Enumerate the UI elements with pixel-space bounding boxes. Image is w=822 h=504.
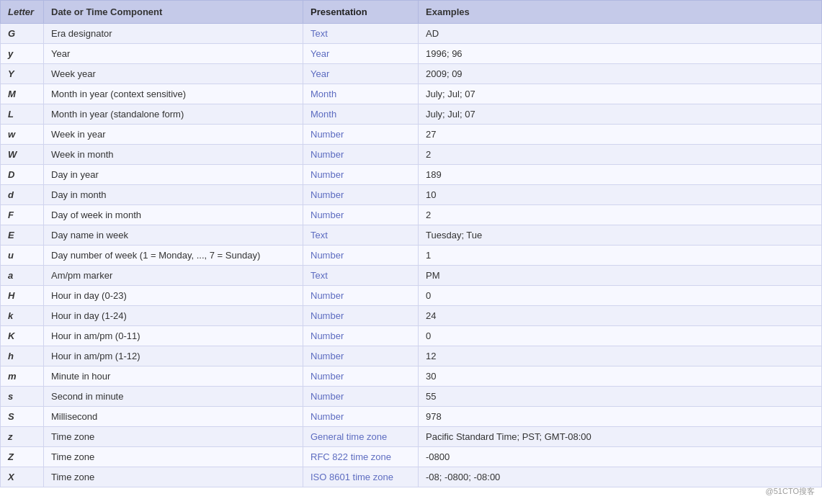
cell-letter: S	[1, 407, 44, 427]
cell-component: Month in year (standalone form)	[44, 104, 303, 125]
table-row: SMillisecondNumber978	[1, 407, 822, 427]
cell-presentation: Number	[303, 165, 419, 185]
table-row: mMinute in hourNumber30	[1, 366, 822, 387]
table-row: ZTime zoneRFC 822 time zone-0800	[1, 447, 822, 467]
table-row: aAm/pm markerTextPM	[1, 266, 822, 286]
table-row: YWeek yearYear2009; 09	[1, 64, 822, 84]
table-row: EDay name in weekTextTuesday; Tue	[1, 225, 822, 246]
cell-presentation: Number	[303, 205, 419, 225]
cell-letter: Y	[1, 64, 44, 84]
cell-examples: July; Jul; 07	[419, 104, 822, 125]
cell-letter: Z	[1, 447, 44, 467]
cell-presentation: Text	[303, 266, 419, 286]
cell-letter: K	[1, 326, 44, 346]
cell-letter: L	[1, 104, 44, 125]
cell-letter: a	[1, 266, 44, 286]
table-row: hHour in am/pm (1-12)Number12	[1, 346, 822, 366]
header-examples: Examples	[419, 1, 822, 24]
cell-examples: 0	[419, 326, 822, 346]
cell-presentation: General time zone	[303, 427, 419, 447]
cell-component: Hour in day (1-24)	[44, 306, 303, 326]
cell-letter: u	[1, 246, 44, 266]
cell-letter: H	[1, 286, 44, 306]
header-presentation: Presentation	[303, 1, 419, 24]
cell-examples: 2	[419, 145, 822, 165]
table-row: zTime zoneGeneral time zonePacific Stand…	[1, 427, 822, 447]
cell-component: Millisecond	[44, 407, 303, 427]
cell-letter: M	[1, 84, 44, 104]
cell-component: Week year	[44, 64, 303, 84]
cell-component: Era designator	[44, 24, 303, 44]
table-row: yYearYear1996; 96	[1, 44, 822, 64]
cell-presentation: ISO 8601 time zone	[303, 467, 419, 487]
watermark: @51CTO搜客	[766, 486, 815, 487]
cell-examples: 24	[419, 306, 822, 326]
cell-examples: Tuesday; Tue	[419, 225, 822, 246]
cell-component: Hour in day (0-23)	[44, 286, 303, 306]
cell-examples: PM	[419, 266, 822, 286]
cell-component: Minute in hour	[44, 366, 303, 387]
cell-examples: July; Jul; 07	[419, 84, 822, 104]
table-row: WWeek in monthNumber2	[1, 145, 822, 165]
table-row: dDay in monthNumber10	[1, 185, 822, 205]
cell-component: Week in month	[44, 145, 303, 165]
header-letter: Letter	[1, 1, 44, 24]
cell-examples: 978	[419, 407, 822, 427]
cell-presentation: Number	[303, 125, 419, 145]
cell-component: Hour in am/pm (0-11)	[44, 326, 303, 346]
table-row: XTime zoneISO 8601 time zone-08; -0800; …	[1, 467, 822, 487]
cell-component: Day in month	[44, 185, 303, 205]
table-row: HHour in day (0-23)Number0	[1, 286, 822, 306]
cell-component: Year	[44, 44, 303, 64]
cell-letter: d	[1, 185, 44, 205]
cell-presentation: Number	[303, 387, 419, 407]
cell-presentation: Number	[303, 286, 419, 306]
cell-letter: k	[1, 306, 44, 326]
cell-component: Second in minute	[44, 387, 303, 407]
cell-letter: m	[1, 366, 44, 387]
cell-examples: Pacific Standard Time; PST; GMT-08:00	[419, 427, 822, 447]
cell-component: Am/pm marker	[44, 266, 303, 286]
table-body: GEra designatorTextADyYearYear1996; 96YW…	[1, 24, 822, 487]
cell-presentation: Number	[303, 145, 419, 165]
cell-letter: s	[1, 387, 44, 407]
cell-presentation: Month	[303, 84, 419, 104]
cell-component: Day number of week (1 = Monday, ..., 7 =…	[44, 246, 303, 266]
cell-presentation: Number	[303, 246, 419, 266]
cell-letter: X	[1, 467, 44, 487]
table-row: KHour in am/pm (0-11)Number0	[1, 326, 822, 346]
cell-examples: 2	[419, 205, 822, 225]
cell-presentation: Year	[303, 64, 419, 84]
cell-component: Time zone	[44, 447, 303, 467]
cell-component: Month in year (context sensitive)	[44, 84, 303, 104]
cell-letter: y	[1, 44, 44, 64]
cell-component: Hour in am/pm (1-12)	[44, 346, 303, 366]
cell-letter: G	[1, 24, 44, 44]
cell-examples: -08; -0800; -08:00	[419, 467, 822, 487]
cell-letter: w	[1, 125, 44, 145]
cell-letter: F	[1, 205, 44, 225]
table-row: LMonth in year (standalone form)MonthJul…	[1, 104, 822, 125]
cell-examples: 1	[419, 246, 822, 266]
datetime-table: Letter Date or Time Component Presentati…	[0, 0, 822, 487]
table-row: DDay in yearNumber189	[1, 165, 822, 185]
cell-presentation: RFC 822 time zone	[303, 447, 419, 467]
cell-presentation: Number	[303, 407, 419, 427]
cell-letter: h	[1, 346, 44, 366]
table-header-row: Letter Date or Time Component Presentati…	[1, 1, 822, 24]
cell-presentation: Text	[303, 24, 419, 44]
cell-examples: 10	[419, 185, 822, 205]
main-container: Letter Date or Time Component Presentati…	[0, 0, 822, 487]
cell-examples: 0	[419, 286, 822, 306]
cell-letter: W	[1, 145, 44, 165]
table-row: GEra designatorTextAD	[1, 24, 822, 44]
header-component: Date or Time Component	[44, 1, 303, 24]
cell-presentation: Number	[303, 185, 419, 205]
cell-component: Week in year	[44, 125, 303, 145]
table-row: kHour in day (1-24)Number24	[1, 306, 822, 326]
table-row: sSecond in minuteNumber55	[1, 387, 822, 407]
cell-presentation: Number	[303, 346, 419, 366]
cell-examples: AD	[419, 24, 822, 44]
table-row: MMonth in year (context sensitive)MonthJ…	[1, 84, 822, 104]
cell-examples: 1996; 96	[419, 44, 822, 64]
